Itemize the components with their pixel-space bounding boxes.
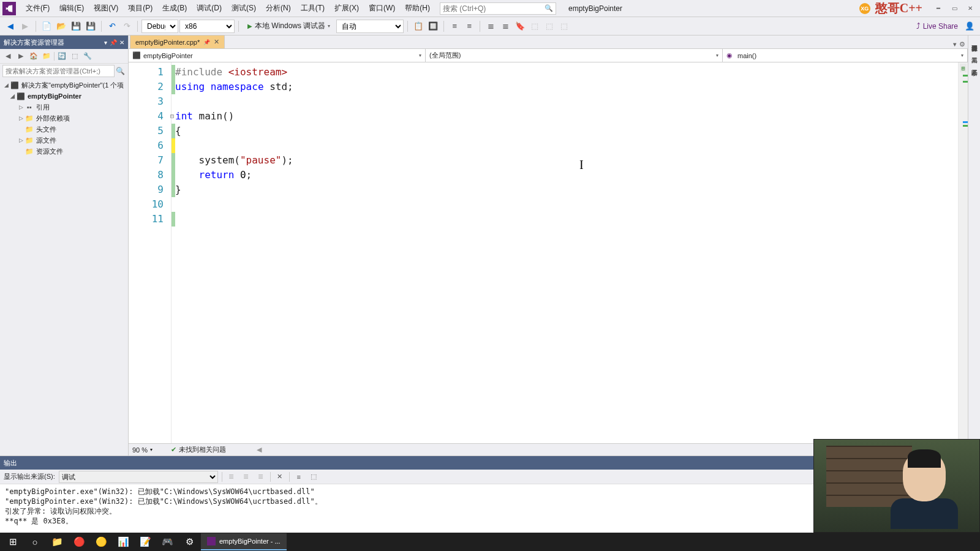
output-goto-icon[interactable]: ≣: [226, 471, 237, 482]
comment-icon[interactable]: ≣: [484, 20, 497, 33]
chevron-right-icon[interactable]: ▷: [17, 104, 24, 110]
back-icon[interactable]: ◀: [4, 20, 17, 33]
tab-settings-icon[interactable]: ⚙: [959, 40, 965, 48]
chevron-right-icon[interactable]: ▷: [17, 115, 24, 121]
menu-analyze[interactable]: 分析(N): [261, 1, 296, 16]
code-editor[interactable]: 1234567891011 I #include <iostream>using…: [129, 62, 968, 443]
sln-refresh-icon[interactable]: 🔄: [56, 51, 67, 62]
rail-toolbox[interactable]: 工具箱: [969, 50, 980, 55]
sln-home-icon[interactable]: 🏠: [28, 51, 39, 62]
output-wrap-icon[interactable]: ≡: [293, 471, 304, 482]
output-prev-icon[interactable]: ≣: [241, 471, 252, 482]
chrome-icon[interactable]: 🔴: [69, 533, 89, 550]
nav-scope-dropdown[interactable]: ⬛ emptyBigPointer ▾: [129, 49, 426, 62]
explorer-icon[interactable]: 📁: [47, 533, 67, 550]
zoom-control[interactable]: 90 % ▾: [132, 446, 153, 454]
open-file-icon[interactable]: 📂: [55, 20, 68, 33]
auto-select[interactable]: 自动: [336, 20, 404, 33]
menu-debug[interactable]: 调试(D): [192, 1, 227, 16]
config-select[interactable]: Debug: [141, 20, 178, 33]
quick-search-input[interactable]: [443, 4, 545, 13]
sln-prop-icon[interactable]: 🔧: [82, 51, 93, 62]
save-icon[interactable]: 💾: [69, 20, 83, 33]
menu-view[interactable]: 视图(V): [89, 1, 123, 16]
toolbar-btn-3[interactable]: ⬚: [528, 20, 541, 33]
chevron-down-icon[interactable]: ◢: [2, 82, 10, 88]
rail-server-explorer[interactable]: 服务器资源管理器: [969, 38, 980, 43]
toolbar-btn-2[interactable]: 🔲: [426, 20, 440, 33]
save-all-icon[interactable]: 💾: [84, 20, 97, 33]
output-opt-icon[interactable]: ⬚: [308, 471, 319, 482]
nav-member-dropdown[interactable]: ◉ main() ▾: [723, 49, 968, 62]
tree-header-files[interactable]: 📁 头文件: [0, 124, 128, 135]
tree-solution-root[interactable]: ◢ ⬛ 解决方案"emptyBigPointer"(1 个项: [0, 80, 128, 91]
nav-context-dropdown[interactable]: (全局范围) ▾: [426, 49, 723, 62]
tree-references[interactable]: ▷ ▪▪ 引用: [0, 102, 128, 113]
rail-diagnostics[interactable]: 诊断工具: [969, 62, 980, 67]
platform-select[interactable]: x86: [179, 20, 235, 33]
editor-scrollbar[interactable]: ⊞: [958, 62, 968, 443]
output-next-icon[interactable]: ≣: [255, 471, 266, 482]
tab-close-icon[interactable]: ✕: [214, 38, 219, 46]
toolbar-btn-1[interactable]: 📋: [412, 20, 425, 33]
uncomment-icon[interactable]: ≣: [499, 20, 512, 33]
menu-build[interactable]: 生成(B): [157, 1, 192, 16]
app-icon-4[interactable]: 🎮: [157, 533, 178, 550]
issues-status[interactable]: ✔ 未找到相关问题: [171, 445, 226, 454]
start-button[interactable]: ⊞: [2, 533, 23, 550]
menu-test[interactable]: 测试(S): [227, 1, 261, 16]
bookmark-icon[interactable]: 🔖: [513, 20, 527, 33]
new-project-icon[interactable]: 📄: [40, 20, 53, 33]
menu-window[interactable]: 窗口(W): [364, 1, 400, 16]
solution-search-input[interactable]: [2, 65, 115, 77]
maximize-icon[interactable]: ▭: [947, 3, 962, 14]
app-icon-2[interactable]: 📊: [113, 533, 134, 550]
tree-external-deps[interactable]: ▷ 📁 外部依赖项: [0, 113, 128, 124]
tab-pin-icon[interactable]: 📌: [203, 39, 210, 45]
sln-fwd-icon[interactable]: ▶: [15, 51, 26, 62]
panel-dropdown-icon[interactable]: ▾: [104, 39, 107, 46]
code-content[interactable]: I #include <iostream>using namespace std…: [175, 62, 968, 443]
tab-dropdown-icon[interactable]: ▾: [953, 40, 957, 48]
start-debug-button[interactable]: ▶ 本地 Windows 调试器 ▾: [243, 20, 335, 33]
scroll-left-icon[interactable]: ◀: [257, 446, 262, 454]
forward-icon[interactable]: ▶: [18, 20, 32, 33]
output-source-select[interactable]: 调试: [59, 471, 218, 483]
menu-edit[interactable]: 编辑(E): [55, 1, 89, 16]
close-icon[interactable]: ✕: [963, 3, 978, 14]
taskbar-vs-window[interactable]: emptyBigPointer - ...: [201, 533, 287, 550]
menu-project[interactable]: 项目(P): [123, 1, 157, 16]
output-clear-icon[interactable]: ✕: [274, 471, 285, 482]
undo-icon[interactable]: ↶: [105, 20, 119, 33]
sln-back-icon[interactable]: ◀: [2, 51, 13, 62]
tree-source-files[interactable]: ▷ 📁 源文件: [0, 135, 128, 146]
menu-tools[interactable]: 工具(T): [296, 1, 330, 16]
sln-showall-icon[interactable]: ⬚: [69, 51, 80, 62]
feedback-icon[interactable]: 👤: [963, 20, 976, 33]
panel-pin-icon[interactable]: 📌: [110, 39, 117, 46]
indent-left-icon[interactable]: ≡: [448, 20, 461, 33]
settings-icon[interactable]: ⚙: [179, 533, 200, 550]
chevron-right-icon[interactable]: ▷: [17, 137, 24, 143]
menu-extensions[interactable]: 扩展(X): [330, 1, 364, 16]
minimize-icon[interactable]: ━: [931, 3, 946, 14]
menu-file[interactable]: 文件(F): [21, 1, 55, 16]
tree-project[interactable]: ◢ ⬛ emptyBigPointer: [0, 91, 128, 102]
live-share-button[interactable]: ⤴ Live Share: [913, 21, 962, 31]
indent-right-icon[interactable]: ≡: [462, 20, 476, 33]
app-icon-3[interactable]: 📝: [135, 533, 156, 550]
app-icon-1[interactable]: 🟡: [91, 533, 111, 550]
toolbar-btn-5[interactable]: ⬚: [557, 20, 571, 33]
quick-search[interactable]: 🔍: [440, 2, 556, 15]
split-editor-icon[interactable]: ⊞: [960, 64, 967, 72]
editor-tab-active[interactable]: emptyBigPointer.cpp* 📌 ✕: [130, 35, 225, 48]
redo-icon[interactable]: ↷: [120, 20, 134, 33]
menu-help[interactable]: 帮助(H): [400, 1, 435, 16]
sln-sync-icon[interactable]: 📁: [41, 51, 52, 62]
panel-close-icon[interactable]: ✕: [119, 39, 124, 46]
tree-resource-files[interactable]: 📁 资源文件: [0, 146, 128, 157]
chevron-down-icon[interactable]: ◢: [9, 93, 16, 99]
toolbar-btn-4[interactable]: ⬚: [543, 20, 556, 33]
cortana-icon[interactable]: ○: [24, 533, 45, 550]
solution-search-icon[interactable]: 🔍: [115, 66, 126, 77]
